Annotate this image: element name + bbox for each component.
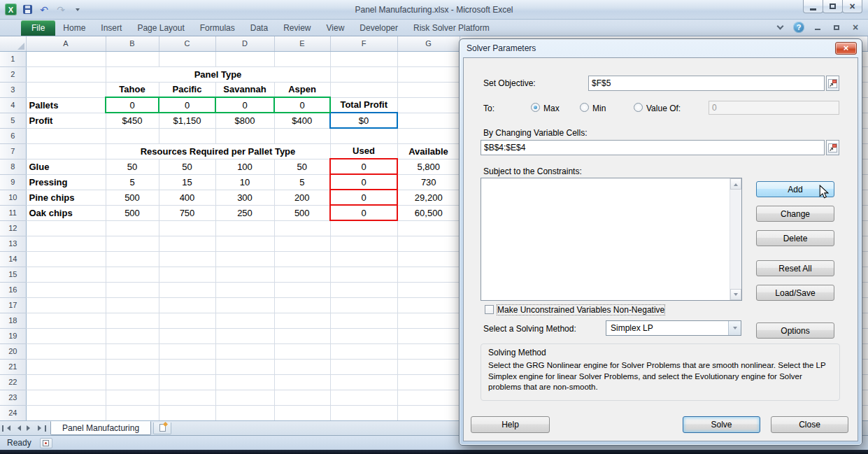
prev-sheet-button[interactable] [12,423,24,434]
cell-C17[interactable] [159,297,215,313]
row-header-11[interactable]: 11 [0,205,26,220]
cell-E9[interactable]: 5 [274,174,330,190]
excel-app-icon[interactable] [5,3,17,15]
cell-B4[interactable]: 0 [106,97,159,113]
cell-E16[interactable] [274,282,330,297]
load-save-button[interactable]: Load/Save [756,285,834,301]
cell-G6[interactable] [397,128,460,143]
cell-D23[interactable] [215,390,274,405]
cell-G9[interactable]: 730 [397,174,460,190]
cell-F20[interactable] [330,343,397,359]
cell-F12[interactable] [330,220,397,236]
cell-A6[interactable] [26,128,106,143]
row-header-9[interactable]: 9 [0,174,26,190]
cell-A8[interactable]: Glue [26,159,106,174]
cell-B21[interactable] [106,359,159,374]
cell-F14[interactable] [330,251,397,267]
cell-G16[interactable] [397,282,460,297]
cell-G20[interactable] [397,343,460,359]
cell-B19[interactable] [106,328,159,343]
cell-A21[interactable] [26,359,106,374]
cell-C13[interactable] [159,236,215,251]
cell-A18[interactable] [26,313,106,328]
cell-D5[interactable]: $800 [215,113,274,128]
tab-home[interactable]: Home [55,20,93,36]
cell-A12[interactable] [26,220,106,236]
cell-E8[interactable]: 50 [274,159,330,174]
col-header-A[interactable]: A [26,36,106,51]
cell-E18[interactable] [274,313,330,328]
row-header-14[interactable]: 14 [0,251,26,267]
cell-E17[interactable] [274,297,330,313]
cell-E4[interactable]: 0 [274,97,330,113]
macro-record-button[interactable] [40,438,52,448]
cell-G8[interactable]: 5,800 [397,159,460,174]
sheet-tab-panel-manufacturing[interactable]: Panel Manufacturing [50,421,151,435]
insert-sheet-button[interactable] [153,423,171,434]
cell-E22[interactable] [274,374,330,390]
row-header-1[interactable]: 1 [0,51,26,66]
cell-B11[interactable]: 500 [106,205,159,220]
row-header-2[interactable]: 2 [0,66,26,82]
value-of-radio[interactable] [634,103,643,112]
cell-E15[interactable] [274,267,330,282]
cell-B17[interactable] [106,297,159,313]
cell-B16[interactable] [106,282,159,297]
row-header-17[interactable]: 17 [0,297,26,313]
col-header-B[interactable]: B [106,36,159,51]
help-icon[interactable] [793,22,804,33]
tab-formulas[interactable]: Formulas [192,20,243,36]
workbook-close-button[interactable] [850,22,861,32]
cell-A14[interactable] [26,251,106,267]
cell-F15[interactable] [330,267,397,282]
variable-cells-input[interactable] [481,140,825,155]
cell-C23[interactable] [159,390,215,405]
cell-G19[interactable] [397,328,460,343]
cell-C22[interactable] [159,374,215,390]
row-header-18[interactable]: 18 [0,313,26,328]
cell-C8[interactable]: 50 [159,159,215,174]
cell-B22[interactable] [106,374,159,390]
row-header-7[interactable]: 7 [0,143,26,159]
cell-E1[interactable] [274,51,330,66]
cell-F9[interactable]: 0 [330,174,397,190]
cell-D19[interactable] [215,328,274,343]
max-radio[interactable] [531,103,540,112]
window-close-button[interactable] [842,0,862,13]
cell-A9[interactable]: Pressing [26,174,106,190]
cell-A7[interactable] [26,143,106,159]
cell-E19[interactable] [274,328,330,343]
last-sheet-button[interactable] [36,423,48,434]
cell-F11[interactable]: 0 [330,205,397,220]
first-sheet-button[interactable] [0,423,12,434]
cell-C1[interactable] [159,51,215,66]
cell-C9[interactable]: 15 [159,174,215,190]
cell-F2[interactable] [330,66,397,82]
minimize-button[interactable] [803,0,823,13]
cell-D11[interactable]: 250 [215,205,274,220]
cell-G23[interactable] [397,390,460,405]
cell-A24[interactable] [26,405,106,420]
tab-view[interactable]: View [319,20,353,36]
objective-input[interactable] [588,76,825,91]
cell-A1[interactable] [26,51,106,66]
scrollbar-track[interactable] [730,190,741,289]
solve-button[interactable]: Solve [683,416,760,433]
cell-B1[interactable] [106,51,159,66]
value-of-radio-label[interactable]: Value Of: [646,104,681,113]
cell-E10[interactable]: 200 [274,190,330,205]
col-header-G[interactable]: G [397,36,460,51]
cell-C11[interactable]: 750 [159,205,215,220]
cell-B13[interactable] [106,236,159,251]
cell-D22[interactable] [215,374,274,390]
cell-C3[interactable]: Pacific [159,82,215,97]
cell-G17[interactable] [397,297,460,313]
workbook-restore-button[interactable] [831,22,842,32]
row-header-19[interactable]: 19 [0,328,26,343]
row-header-5[interactable]: 5 [0,113,26,128]
row-header-6[interactable]: 6 [0,128,26,143]
min-radio-label[interactable]: Min [592,104,606,113]
cell-C15[interactable] [159,267,215,282]
delete-button[interactable]: Delete [756,230,834,246]
change-button[interactable]: Change [756,206,834,222]
